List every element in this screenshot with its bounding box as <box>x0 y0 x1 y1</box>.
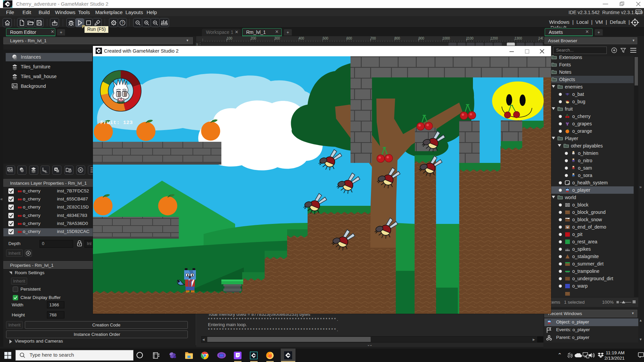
svg-text:?: ? <box>121 21 123 25</box>
svg-text:Fruit: 123: Fruit: 123 <box>100 120 133 126</box>
